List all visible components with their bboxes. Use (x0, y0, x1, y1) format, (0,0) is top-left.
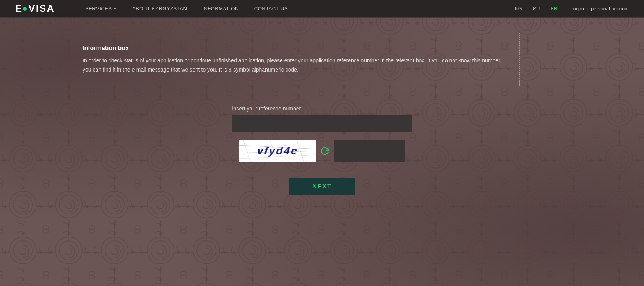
captcha-row: vfyd4c (239, 140, 405, 162)
info-box-text: In order to check status of your applica… (83, 56, 506, 75)
captcha-image: vfyd4c (239, 140, 316, 162)
info-box: Information box In order to check status… (69, 33, 520, 86)
svg-point-18 (308, 156, 308, 157)
main-content: Information box In order to check status… (0, 18, 644, 286)
navbar-nav: SERVICES ABOUT KYRGYZSTAN INFORMATION CO… (78, 0, 513, 18)
info-box-title: Information box (83, 45, 506, 52)
reference-input[interactable] (232, 115, 412, 132)
next-button[interactable]: NEXT (289, 178, 355, 195)
svg-point-16 (258, 158, 259, 159)
navbar: E VISA SERVICES ABOUT KYRGYZSTAN INFORMA… (0, 0, 644, 18)
lang-kg[interactable]: KG (513, 5, 524, 12)
captcha-text: vfyd4c (256, 145, 298, 157)
form-section: insert your reference number (69, 106, 575, 195)
navbar-right: KG RU EN Log in to personal account (513, 5, 629, 12)
refresh-captcha-button[interactable] (320, 146, 329, 156)
logo-visa: VISA (28, 3, 55, 15)
lang-en[interactable]: EN (549, 5, 559, 12)
login-link[interactable]: Log in to personal account (571, 6, 629, 11)
lang-ru[interactable]: RU (531, 5, 542, 12)
nav-contact[interactable]: CONTACT US (247, 0, 295, 18)
nav-information[interactable]: INFORMATION (195, 0, 247, 18)
reference-label: insert your reference number (232, 106, 301, 112)
svg-point-15 (247, 143, 247, 144)
logo-dot (23, 7, 27, 11)
nav-services[interactable]: SERVICES (78, 0, 125, 18)
nav-about[interactable]: ABOUT KYRGYZSTAN (125, 0, 195, 18)
logo[interactable]: E VISA (15, 3, 55, 15)
captcha-input[interactable] (334, 140, 405, 162)
logo-e: E (15, 3, 21, 15)
